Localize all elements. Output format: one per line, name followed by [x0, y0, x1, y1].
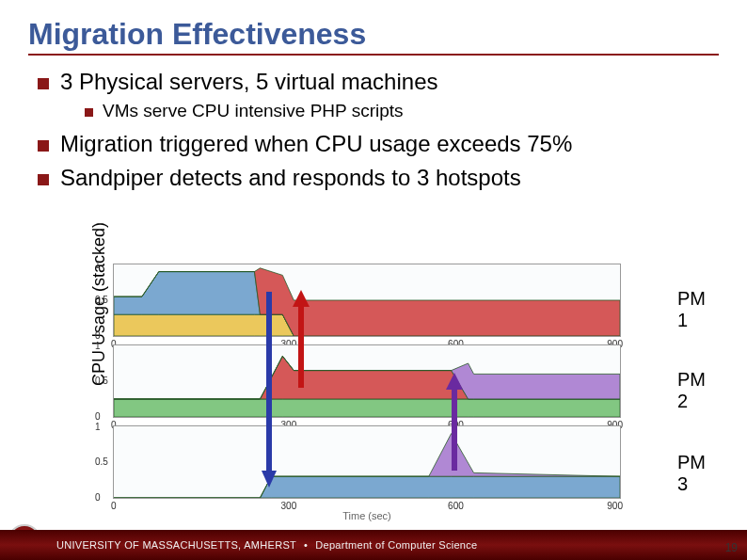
x-tick: 600	[448, 501, 464, 511]
chart-container: 0 0.5 1 0 300 600 900 PM 1 0 0.5 1 0 300…	[113, 264, 621, 518]
arrow-red-icon	[290, 290, 312, 393]
bullet-icon	[38, 140, 49, 152]
y-tick: 0.5	[95, 456, 108, 467]
y-tick: 0	[95, 411, 101, 422]
y-tick: 0	[95, 330, 101, 341]
bullet-text: Migration triggered when CPU usage excee…	[60, 131, 572, 157]
separator-icon: •	[304, 539, 308, 551]
title-underline	[28, 54, 719, 56]
arrow-blue-icon	[260, 292, 278, 489]
pm3-label: PM 3	[677, 452, 706, 495]
footer-bar: UNIVERSITY OF MASSACHUSETTS, AMHERST • D…	[0, 530, 747, 560]
chart-panel-pm1: 0 0.5 1 0 300 600 900	[113, 264, 621, 337]
bullet-2: Migration triggered when CPU usage excee…	[38, 131, 719, 157]
bullet-icon	[38, 174, 49, 185]
x-tick: 0	[111, 501, 117, 511]
x-tick: 300	[281, 501, 297, 511]
chart-panel-pm3: 0 0.5 1 0 300 600 900	[113, 425, 621, 499]
bullet-1a: VMs serve CPU intensive PHP scripts	[85, 101, 719, 121]
y-tick: 0.5	[95, 295, 108, 305]
pm1-label: PM 1	[677, 288, 706, 331]
bullet-text: 3 Physical servers, 5 virtual machines	[60, 69, 437, 95]
bullet-icon	[38, 78, 49, 89]
svg-marker-5	[446, 373, 463, 390]
bullet-text: VMs serve CPU intensive PHP scripts	[103, 101, 404, 121]
bullet-3: Sandpiper detects and responds to 3 hots…	[38, 165, 719, 191]
x-tick: 900	[607, 501, 623, 511]
x-axis-label: Time (sec)	[113, 510, 621, 521]
slide-title: Migration Effectiveness	[28, 17, 719, 52]
bullet-icon	[85, 108, 93, 117]
bullet-text: Sandpiper detects and responds to 3 hots…	[60, 165, 521, 191]
chart-panel-pm2: 0 0.5 1 0 300 600 900	[113, 344, 621, 418]
pm2-label: PM 2	[677, 369, 706, 412]
footer-dept: Department of Computer Science	[315, 539, 477, 551]
stacked-area	[114, 264, 620, 336]
bullet-1: 3 Physical servers, 5 virtual machines	[38, 69, 719, 95]
stacked-area	[114, 426, 620, 498]
y-tick: 1	[95, 422, 101, 432]
y-tick: 0.5	[95, 376, 108, 386]
arrow-purple-icon	[444, 373, 465, 476]
y-tick: 1	[95, 341, 101, 351]
slide: Migration Effectiveness 3 Physical serve…	[0, 0, 747, 560]
y-tick: 0	[95, 492, 101, 503]
svg-marker-1	[262, 471, 277, 488]
stacked-area	[114, 345, 620, 417]
footer-univ: UNIVERSITY OF MASSACHUSETTS, AMHERST	[56, 539, 296, 551]
svg-marker-3	[293, 290, 310, 307]
page-number: 19	[725, 541, 738, 554]
y-tick: 1	[95, 260, 101, 270]
